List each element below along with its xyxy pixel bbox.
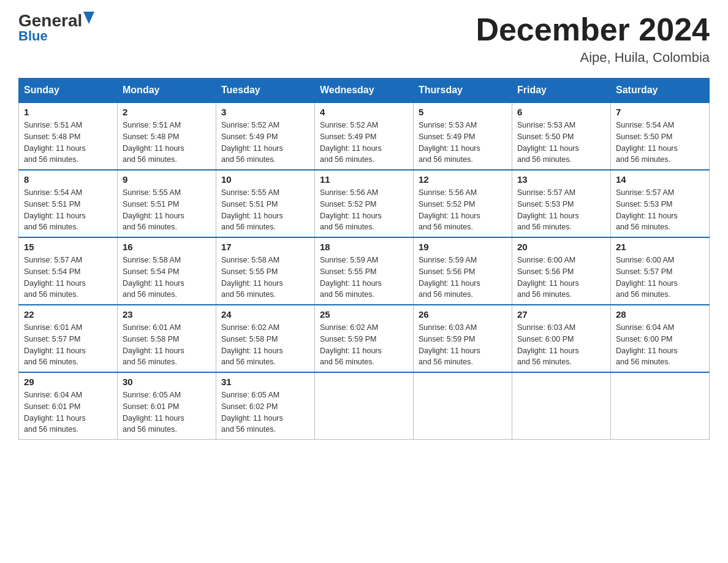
calendar-day-cell: 11Sunrise: 5:56 AMSunset: 5:52 PMDayligh… (315, 170, 414, 237)
calendar-day-cell: 1Sunrise: 5:51 AMSunset: 5:48 PMDaylight… (19, 102, 118, 170)
day-number: 20 (517, 242, 605, 252)
logo-triangle-icon (83, 12, 94, 24)
day-number: 26 (419, 309, 507, 320)
logo-general: General (18, 12, 82, 29)
day-number: 22 (24, 309, 112, 320)
day-info: Sunrise: 6:00 AMSunset: 5:57 PMDaylight:… (616, 255, 704, 301)
calendar-day-cell: 29Sunrise: 6:04 AMSunset: 6:01 PMDayligh… (19, 372, 118, 440)
day-number: 27 (517, 309, 605, 320)
day-number: 12 (419, 174, 507, 185)
day-info: Sunrise: 5:57 AMSunset: 5:54 PMDaylight:… (24, 255, 112, 301)
calendar-day-cell: 13Sunrise: 5:57 AMSunset: 5:53 PMDayligh… (512, 170, 611, 237)
day-info: Sunrise: 6:01 AMSunset: 5:57 PMDaylight:… (24, 322, 112, 368)
calendar-day-cell: 18Sunrise: 5:59 AMSunset: 5:55 PMDayligh… (315, 237, 414, 305)
day-info: Sunrise: 5:57 AMSunset: 5:53 PMDaylight:… (616, 187, 704, 233)
calendar-day-cell: 2Sunrise: 5:51 AMSunset: 5:48 PMDaylight… (118, 102, 216, 170)
calendar-table: SundayMondayTuesdayWednesdayThursdayFrid… (18, 78, 710, 440)
weekday-header-row: SundayMondayTuesdayWednesdayThursdayFrid… (19, 79, 710, 103)
calendar-day-cell: 24Sunrise: 6:02 AMSunset: 5:58 PMDayligh… (216, 305, 315, 372)
empty-cell (414, 372, 512, 440)
day-info: Sunrise: 5:59 AMSunset: 5:55 PMDaylight:… (320, 255, 408, 301)
calendar-day-cell: 16Sunrise: 5:58 AMSunset: 5:54 PMDayligh… (118, 237, 216, 305)
day-info: Sunrise: 5:52 AMSunset: 5:49 PMDaylight:… (221, 120, 309, 166)
day-number: 4 (320, 107, 408, 117)
month-title: December 2024 (476, 12, 710, 47)
day-info: Sunrise: 6:03 AMSunset: 5:59 PMDaylight:… (419, 322, 507, 368)
day-info: Sunrise: 5:56 AMSunset: 5:52 PMDaylight:… (320, 187, 408, 233)
calendar-day-cell: 26Sunrise: 6:03 AMSunset: 5:59 PMDayligh… (414, 305, 512, 372)
calendar-day-cell: 14Sunrise: 5:57 AMSunset: 5:53 PMDayligh… (611, 170, 710, 237)
day-number: 18 (320, 242, 408, 252)
calendar-day-cell: 12Sunrise: 5:56 AMSunset: 5:52 PMDayligh… (414, 170, 512, 237)
calendar-week-row: 15Sunrise: 5:57 AMSunset: 5:54 PMDayligh… (19, 237, 710, 305)
calendar-day-cell: 20Sunrise: 6:00 AMSunset: 5:56 PMDayligh… (512, 237, 611, 305)
day-info: Sunrise: 6:04 AMSunset: 6:01 PMDaylight:… (24, 389, 112, 435)
calendar-day-cell: 9Sunrise: 5:55 AMSunset: 5:51 PMDaylight… (118, 170, 216, 237)
day-number: 28 (616, 309, 704, 320)
day-info: Sunrise: 5:55 AMSunset: 5:51 PMDaylight:… (221, 187, 309, 233)
day-number: 13 (517, 174, 605, 185)
calendar-day-cell: 15Sunrise: 5:57 AMSunset: 5:54 PMDayligh… (19, 237, 118, 305)
day-info: Sunrise: 6:01 AMSunset: 5:58 PMDaylight:… (123, 322, 211, 368)
calendar-day-cell: 8Sunrise: 5:54 AMSunset: 5:51 PMDaylight… (19, 170, 118, 237)
day-info: Sunrise: 6:05 AMSunset: 6:01 PMDaylight:… (123, 389, 211, 435)
calendar-week-row: 8Sunrise: 5:54 AMSunset: 5:51 PMDaylight… (19, 170, 710, 237)
calendar-day-cell: 17Sunrise: 5:58 AMSunset: 5:55 PMDayligh… (216, 237, 315, 305)
calendar-day-cell: 4Sunrise: 5:52 AMSunset: 5:49 PMDaylight… (315, 102, 414, 170)
day-info: Sunrise: 5:54 AMSunset: 5:51 PMDaylight:… (24, 187, 112, 233)
day-number: 1 (24, 107, 112, 117)
calendar-day-cell: 31Sunrise: 6:05 AMSunset: 6:02 PMDayligh… (216, 372, 315, 440)
day-info: Sunrise: 5:52 AMSunset: 5:49 PMDaylight:… (320, 120, 408, 166)
day-info: Sunrise: 6:02 AMSunset: 5:59 PMDaylight:… (320, 322, 408, 368)
day-number: 17 (221, 242, 309, 252)
day-info: Sunrise: 5:54 AMSunset: 5:50 PMDaylight:… (616, 120, 704, 166)
day-info: Sunrise: 5:58 AMSunset: 5:54 PMDaylight:… (123, 255, 211, 301)
weekday-header-sunday: Sunday (19, 79, 118, 103)
day-number: 7 (616, 107, 704, 117)
day-number: 9 (123, 174, 211, 185)
calendar-day-cell: 5Sunrise: 5:53 AMSunset: 5:49 PMDaylight… (414, 102, 512, 170)
day-number: 6 (517, 107, 605, 117)
calendar-week-row: 22Sunrise: 6:01 AMSunset: 5:57 PMDayligh… (19, 305, 710, 372)
day-number: 30 (123, 377, 211, 387)
day-info: Sunrise: 5:53 AMSunset: 5:49 PMDaylight:… (419, 120, 507, 166)
day-info: Sunrise: 6:03 AMSunset: 6:00 PMDaylight:… (517, 322, 605, 368)
day-number: 16 (123, 242, 211, 252)
day-number: 31 (221, 377, 309, 387)
day-info: Sunrise: 5:53 AMSunset: 5:50 PMDaylight:… (517, 120, 605, 166)
empty-cell (315, 372, 414, 440)
calendar-day-cell: 28Sunrise: 6:04 AMSunset: 6:00 PMDayligh… (611, 305, 710, 372)
weekday-header-tuesday: Tuesday (216, 79, 315, 103)
page-header: General Blue December 2024 Aipe, Huila, … (18, 12, 710, 66)
empty-cell (512, 372, 611, 440)
location-title: Aipe, Huila, Colombia (476, 50, 710, 66)
calendar-day-cell: 10Sunrise: 5:55 AMSunset: 5:51 PMDayligh… (216, 170, 315, 237)
calendar-day-cell: 27Sunrise: 6:03 AMSunset: 6:00 PMDayligh… (512, 305, 611, 372)
day-info: Sunrise: 5:57 AMSunset: 5:53 PMDaylight:… (517, 187, 605, 233)
weekday-header-monday: Monday (118, 79, 216, 103)
day-number: 2 (123, 107, 211, 117)
calendar-day-cell: 25Sunrise: 6:02 AMSunset: 5:59 PMDayligh… (315, 305, 414, 372)
calendar-week-row: 1Sunrise: 5:51 AMSunset: 5:48 PMDaylight… (19, 102, 710, 170)
day-info: Sunrise: 5:58 AMSunset: 5:55 PMDaylight:… (221, 255, 309, 301)
calendar-week-row: 29Sunrise: 6:04 AMSunset: 6:01 PMDayligh… (19, 372, 710, 440)
day-info: Sunrise: 6:00 AMSunset: 5:56 PMDaylight:… (517, 255, 605, 301)
day-number: 8 (24, 174, 112, 185)
day-number: 21 (616, 242, 704, 252)
logo: General Blue (18, 12, 94, 44)
day-info: Sunrise: 5:56 AMSunset: 5:52 PMDaylight:… (419, 187, 507, 233)
day-number: 24 (221, 309, 309, 320)
weekday-header-saturday: Saturday (611, 79, 710, 103)
day-info: Sunrise: 6:05 AMSunset: 6:02 PMDaylight:… (221, 389, 309, 435)
calendar-day-cell: 21Sunrise: 6:00 AMSunset: 5:57 PMDayligh… (611, 237, 710, 305)
day-info: Sunrise: 5:59 AMSunset: 5:56 PMDaylight:… (419, 255, 507, 301)
calendar-day-cell: 6Sunrise: 5:53 AMSunset: 5:50 PMDaylight… (512, 102, 611, 170)
calendar-day-cell: 7Sunrise: 5:54 AMSunset: 5:50 PMDaylight… (611, 102, 710, 170)
day-number: 25 (320, 309, 408, 320)
weekday-header-thursday: Thursday (414, 79, 512, 103)
day-info: Sunrise: 6:04 AMSunset: 6:00 PMDaylight:… (616, 322, 704, 368)
empty-cell (611, 372, 710, 440)
day-info: Sunrise: 5:51 AMSunset: 5:48 PMDaylight:… (123, 120, 211, 166)
day-number: 29 (24, 377, 112, 387)
calendar-day-cell: 3Sunrise: 5:52 AMSunset: 5:49 PMDaylight… (216, 102, 315, 170)
